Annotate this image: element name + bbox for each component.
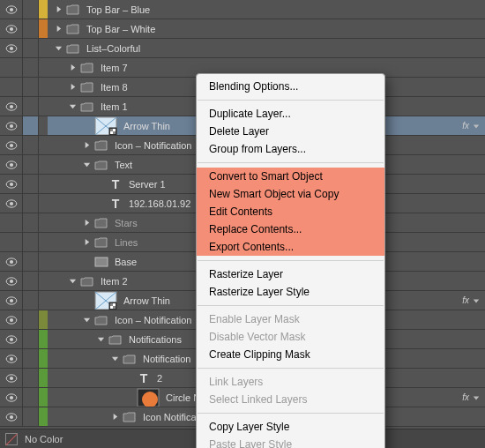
- layer-name[interactable]: Icon – Notification: [115, 140, 191, 151]
- layer-name[interactable]: 2: [157, 373, 162, 384]
- disclosure-triangle[interactable]: [53, 43, 63, 54]
- visibility-toggle[interactable]: [0, 213, 23, 232]
- visibility-toggle[interactable]: [0, 97, 23, 116]
- menu-item[interactable]: New Smart Object via Copy: [197, 185, 384, 203]
- menu-item[interactable]: Group from Layers...: [197, 140, 384, 158]
- menu-item[interactable]: Rasterize Layer: [197, 265, 384, 283]
- layer-name[interactable]: Item 2: [101, 276, 128, 287]
- layer-row[interactable]: Top Bar – White: [0, 19, 485, 39]
- layer-main[interactable]: Top Bar – White: [48, 19, 485, 38]
- layer-name[interactable]: Arrow Thin: [123, 295, 170, 306]
- disclosure-triangle[interactable]: [81, 160, 92, 170]
- menu-item[interactable]: Delete Layer: [197, 123, 384, 140]
- visibility-toggle[interactable]: [0, 272, 23, 290]
- lock-column: [23, 136, 39, 154]
- no-color-swatch[interactable]: [5, 433, 18, 445]
- visibility-toggle[interactable]: [0, 58, 23, 77]
- menu-item[interactable]: Convert to Smart Object: [197, 168, 384, 185]
- visibility-toggle[interactable]: [0, 407, 23, 426]
- chevron-down-icon[interactable]: [473, 123, 480, 130]
- layer-main[interactable]: Top Bar – Blue: [48, 0, 485, 19]
- fx-indicator[interactable]: fx: [462, 121, 480, 131]
- layer-name[interactable]: Notifications: [129, 334, 182, 345]
- disclosure-triangle[interactable]: [67, 82, 78, 93]
- visibility-toggle[interactable]: [0, 175, 23, 193]
- disclosure-triangle[interactable]: [53, 4, 63, 15]
- disclosure-triangle[interactable]: [67, 63, 78, 73]
- context-menu[interactable]: Blending Options...Duplicate Layer...Del…: [196, 73, 385, 448]
- layer-name[interactable]: Text: [115, 160, 132, 170]
- menu-item[interactable]: Export Contents...: [197, 238, 384, 256]
- visibility-toggle[interactable]: [0, 116, 23, 135]
- visibility-toggle[interactable]: [0, 310, 23, 329]
- layer-main[interactable]: List–Colorful: [48, 39, 485, 57]
- disclosure-triangle[interactable]: [109, 412, 120, 422]
- fx-indicator[interactable]: fx: [462, 392, 480, 402]
- menu-item[interactable]: Edit Contents: [197, 203, 384, 220]
- visibility-toggle[interactable]: [0, 39, 23, 57]
- layer-name[interactable]: Top Bar – White: [86, 24, 155, 34]
- color-label-strip: [39, 155, 48, 174]
- chevron-down-icon[interactable]: [473, 297, 480, 304]
- disclosure-triangle[interactable]: [81, 237, 92, 248]
- folder-icon: [122, 409, 138, 425]
- chevron-down-icon[interactable]: [473, 394, 480, 401]
- visibility-toggle[interactable]: [0, 369, 23, 387]
- visibility-toggle[interactable]: [0, 388, 23, 407]
- visibility-toggle[interactable]: [0, 252, 23, 271]
- fx-indicator[interactable]: fx: [462, 295, 480, 305]
- layer-row[interactable]: List–Colorful: [0, 39, 485, 58]
- lock-column: [23, 155, 39, 174]
- layer-row[interactable]: Top Bar – Blue: [0, 0, 485, 19]
- disclosure-triangle[interactable]: [81, 218, 92, 228]
- disclosure-triangle[interactable]: [81, 140, 92, 151]
- disclosure-triangle[interactable]: [95, 334, 106, 345]
- svg-point-7: [9, 104, 12, 108]
- lock-column: [23, 175, 39, 193]
- layer-name[interactable]: Item 7: [101, 63, 128, 73]
- text-icon: T: [136, 370, 152, 386]
- disclosure-triangle[interactable]: [81, 315, 92, 325]
- visibility-toggle[interactable]: [0, 330, 23, 348]
- layer-name[interactable]: Item 8: [101, 82, 128, 93]
- menu-item[interactable]: Create Clipping Mask: [197, 346, 384, 363]
- visibility-toggle[interactable]: [0, 0, 23, 19]
- visibility-toggle[interactable]: [0, 233, 23, 251]
- color-label-strip: [39, 19, 48, 38]
- visibility-toggle[interactable]: [0, 349, 23, 368]
- disclosure-triangle[interactable]: [109, 354, 120, 364]
- layer-name[interactable]: 192.168.01.92: [129, 198, 190, 209]
- layer-name[interactable]: Arrow Thin: [123, 121, 170, 131]
- layer-name[interactable]: Server 1: [129, 179, 166, 190]
- visibility-toggle[interactable]: [0, 155, 23, 174]
- menu-separator: [198, 368, 384, 369]
- visibility-toggle[interactable]: [0, 19, 23, 38]
- svg-text:T: T: [112, 177, 120, 191]
- folder-icon: [79, 273, 95, 289]
- menu-separator: [198, 260, 384, 261]
- visibility-toggle[interactable]: [0, 194, 23, 213]
- visibility-toggle[interactable]: [0, 78, 23, 96]
- svg-rect-35: [110, 303, 113, 306]
- menu-item[interactable]: Rasterize Layer Style: [197, 283, 384, 301]
- layer-name[interactable]: Stars: [115, 218, 138, 228]
- layer-name[interactable]: Item 1: [101, 101, 128, 112]
- visibility-toggle[interactable]: [0, 291, 23, 310]
- layer-name[interactable]: Base: [115, 257, 137, 267]
- layer-name[interactable]: Lines: [115, 237, 138, 248]
- menu-item[interactable]: Replace Contents...: [197, 220, 384, 238]
- menu-item[interactable]: Copy Layer Style: [197, 418, 384, 436]
- folder-icon: [93, 235, 109, 250]
- disclosure-triangle[interactable]: [67, 101, 78, 112]
- menu-item: Link Layers: [197, 373, 384, 391]
- disclosure-triangle[interactable]: [53, 24, 63, 34]
- layer-name[interactable]: Icon – Notification: [115, 315, 191, 325]
- menu-item[interactable]: Duplicate Layer...: [197, 105, 384, 123]
- menu-item[interactable]: Blending Options...: [197, 78, 384, 95]
- footer-label[interactable]: No Color: [25, 434, 63, 444]
- layer-name[interactable]: List–Colorful: [86, 43, 140, 54]
- layer-name[interactable]: Top Bar – Blue: [86, 4, 150, 15]
- layer-name[interactable]: Notification: [143, 354, 190, 364]
- visibility-toggle[interactable]: [0, 136, 23, 154]
- disclosure-triangle[interactable]: [67, 276, 78, 287]
